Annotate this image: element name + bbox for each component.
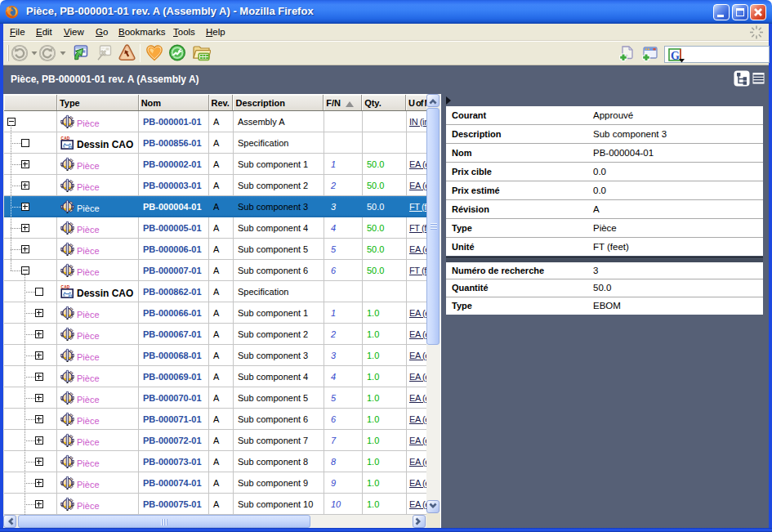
svg-text:G: G — [671, 50, 680, 62]
